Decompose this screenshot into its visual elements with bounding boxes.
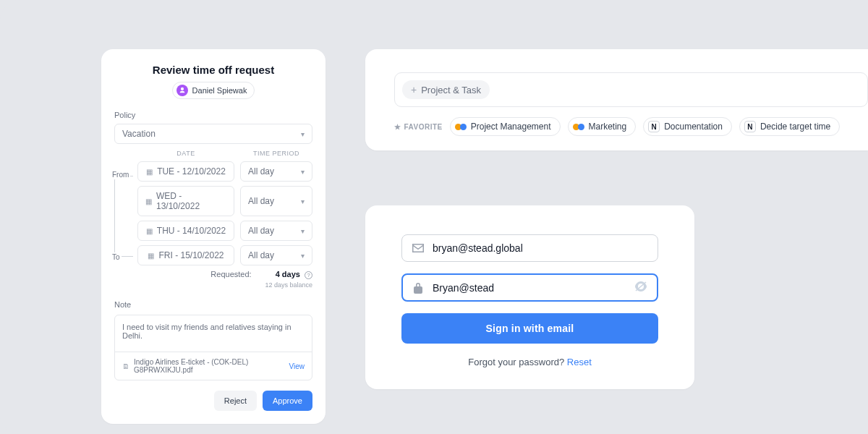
chevron-down-icon: ▾ [301,168,305,176]
date-row: ▦ WED - 13/10/2022 All day ▾ [137,186,312,216]
calendar-icon: ▦ [148,252,154,260]
password-value: Bryan@stead [433,282,626,294]
date-range-bracket [114,176,133,257]
timeoff-card: Review time off request Daniel Spiewak P… [101,49,326,424]
reject-button[interactable]: Reject [214,391,257,411]
approve-button[interactable]: Approve [263,391,312,411]
password-field[interactable]: Bryan@stead [401,273,658,302]
signin-button[interactable]: Sign in with email [401,313,658,344]
info-icon[interactable]: ? [305,271,312,279]
reset-link[interactable]: Reset [567,357,592,367]
period-value: All day [248,166,274,176]
date-value: THU - 14/10/2022 [157,226,226,236]
period-column-header: TIME PERIOD [240,150,312,157]
period-input[interactable]: All day ▾ [240,245,312,265]
favorite-name: Documentation [664,122,723,132]
favorite-label: ★ FAVORITE [394,123,443,131]
period-value: All day [248,250,274,260]
chevron-down-icon: ▾ [301,252,305,260]
note-label: Note [114,300,312,309]
date-row: ▦ THU - 14/10/2022 All day ▾ [137,221,312,241]
star-icon: ★ [394,123,401,131]
policy-value: Vacation [122,129,156,139]
project-task-search[interactable]: + Project & Task [394,72,868,107]
view-attachment[interactable]: View [289,362,305,370]
policy-select[interactable]: Vacation ▾ [114,124,312,144]
email-field[interactable]: bryan@stead.global [401,234,658,262]
date-input[interactable]: ▦ WED - 13/10/2022 [137,186,234,216]
login-card: bryan@stead.global Bryan@stead Sign in w… [365,205,694,389]
date-row: ▦ TUE - 12/10/2022 All day ▾ [137,161,312,182]
favorite-chip[interactable]: N Decide target time [739,117,840,136]
date-input[interactable]: ▦ THU - 14/10/2022 [137,221,234,241]
attachment-row: 🗎 Indigo Airlines E-ticket - (COK-DEL) G… [115,352,312,380]
date-column-header: DATE [137,150,234,157]
forgot-text: Forgot your password? [468,357,567,367]
attachment-name: Indigo Airlines E-ticket - (COK-DEL) G8P… [134,358,285,374]
monday-icon [573,121,584,132]
date-input[interactable]: ▦ TUE - 12/10/2022 [137,161,234,182]
file-icon: 🗎 [122,362,129,370]
favorite-chip[interactable]: Marketing [568,117,637,136]
favorite-label-text: FAVORITE [404,123,443,131]
favorite-chip[interactable]: N Documentation [643,117,732,136]
favorite-name: Marketing [589,122,627,132]
period-value: All day [248,226,274,236]
note-text: I need to visit my friends and relatives… [115,315,312,352]
from-label: From [111,170,130,179]
favorite-name: Project Management [471,122,551,132]
date-value: WED - 13/10/2022 [156,191,226,211]
period-input[interactable]: All day ▾ [240,186,312,216]
requested-label: Requested: [210,270,251,278]
plus-icon: + [411,84,417,95]
notion-icon: N [744,121,756,132]
balance-text: 12 days balance [114,281,312,289]
date-value: TUE - 12/10/2022 [157,166,226,176]
note-box: I need to visit my friends and relatives… [114,315,312,380]
chip-label: Project & Task [421,85,481,95]
date-row: ▦ FRI - 15/10/2022 All day ▾ [137,245,312,265]
chevron-down-icon: ▾ [301,130,305,138]
date-input[interactable]: ▦ FRI - 15/10/2022 [137,245,234,265]
chevron-down-icon: ▾ [301,197,305,205]
period-value: All day [248,196,274,206]
chevron-down-icon: ▾ [301,227,305,235]
favorite-chip[interactable]: Project Management [450,117,561,136]
date-value: FRI - 15/10/2022 [158,250,224,260]
policy-label: Policy [114,111,312,119]
requested-value: 4 days [276,270,300,278]
period-input[interactable]: All day ▾ [240,221,312,241]
calendar-icon: ▦ [146,168,153,176]
calendar-icon: ▦ [145,197,152,205]
lock-icon [412,282,424,294]
timeoff-title: Review time off request [114,64,312,76]
notion-icon: N [648,121,660,132]
forgot-row: Forgot your password? Reset [401,357,658,367]
period-input[interactable]: All day ▾ [240,161,312,182]
project-task-chip[interactable]: + Project & Task [402,80,490,99]
to-label: To [111,252,122,262]
eye-off-icon[interactable] [634,281,647,294]
project-task-card: + Project & Task ★ FAVORITE Project Mana… [365,49,868,150]
calendar-icon: ▦ [146,227,153,235]
monday-icon [455,121,467,132]
avatar-icon [176,85,188,96]
favorite-name: Decide target time [760,122,830,132]
user-badge[interactable]: Daniel Spiewak [172,82,255,99]
email-value: bryan@stead.global [433,242,647,254]
mail-icon [412,244,424,252]
user-name: Daniel Spiewak [192,86,247,95]
